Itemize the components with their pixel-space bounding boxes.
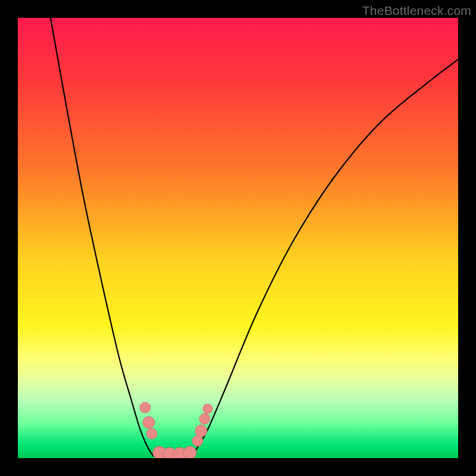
plot-area: [18, 18, 458, 458]
curve-marker: [140, 402, 151, 413]
bottleneck-curve: [51, 18, 458, 458]
curve-marker: [183, 446, 196, 458]
marker-group: [140, 402, 212, 458]
curve-marker: [199, 414, 210, 424]
curve-layer: [18, 18, 458, 458]
curve-marker: [146, 428, 157, 439]
chart-stage: TheBottleneck.com: [0, 0, 476, 476]
watermark-text: TheBottleneck.com: [362, 4, 471, 18]
curve-marker: [143, 416, 155, 428]
curve-marker: [203, 404, 212, 414]
curve-marker: [195, 425, 207, 437]
curve-marker: [192, 436, 203, 446]
